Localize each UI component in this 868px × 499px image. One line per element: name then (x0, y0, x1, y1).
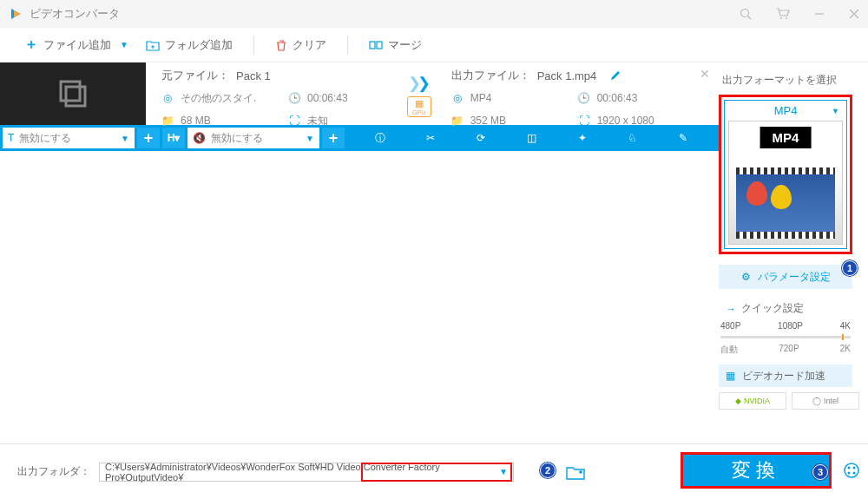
plus-icon: ＋ (24, 36, 38, 54)
svg-point-19 (853, 472, 856, 475)
slider-mark: 4K (840, 321, 851, 331)
add-folder-button[interactable]: フォルダ追加 (139, 34, 240, 56)
remove-file-icon[interactable]: ✕ (700, 67, 710, 81)
theme-icon[interactable] (842, 461, 861, 480)
parameter-settings-label: パラメータ設定 (758, 270, 831, 285)
main-toolbar: ＋ ファイル追加 ▼ フォルダ追加 クリア マージ (0, 28, 868, 62)
cut-icon[interactable]: ✂ (421, 128, 440, 148)
subtitle-t-icon: T (8, 132, 14, 144)
titlebar-actions (740, 8, 859, 20)
disc-icon: ◎ (451, 92, 464, 104)
intel-label: Intel (824, 397, 838, 405)
sliders-icon: ⚙ (741, 271, 751, 283)
info-icon[interactable]: ⓘ (371, 128, 390, 148)
cart-icon[interactable] (776, 8, 790, 20)
merge-button[interactable]: マージ (362, 34, 429, 56)
folder-icon: 📁 (451, 115, 464, 127)
stack-icon (56, 76, 90, 111)
close-icon[interactable] (849, 9, 859, 19)
nvidia-badge: ◆NVIDIA (719, 392, 786, 410)
slider-mark: 自動 (720, 344, 738, 356)
quick-settings-title: クイック設定 (726, 301, 859, 316)
intel-badge: ◯Intel (792, 392, 859, 410)
convert-button[interactable]: 変換 (681, 452, 832, 489)
chevron-down-icon[interactable]: ▼ (499, 467, 508, 476)
gpu-accel-label: ビデオカード加速 (742, 369, 825, 384)
file-item: 元ファイル： Pack 1 ◎その他のスタイ. 🕒00:06:43 📁68 MB… (0, 62, 719, 151)
slider-mark: 720P (779, 344, 799, 356)
convert-label: 変換 (732, 457, 780, 483)
annotation-badge-1: 1 (842, 260, 858, 276)
slider-mark: 480P (720, 321, 740, 331)
effects-icon[interactable]: ✦ (573, 128, 592, 148)
edit-icon[interactable] (610, 70, 621, 81)
resolution-icon: ⛶ (288, 115, 300, 127)
svg-point-16 (848, 467, 851, 469)
subtitle-select[interactable]: T 無効にする ▼ (3, 128, 135, 148)
svg-point-17 (853, 467, 856, 469)
format-label: MP4 (774, 104, 798, 117)
chevron-down-icon: ▼ (832, 107, 839, 115)
output-format: MP4 (470, 92, 492, 104)
folder-plus-icon (146, 39, 160, 51)
watermark-icon[interactable]: ♘ (623, 128, 642, 148)
source-resolution: 未知 (307, 114, 328, 128)
svg-point-2 (741, 10, 749, 17)
output-file-name: Pack 1.mp4 (537, 69, 597, 82)
audio-select[interactable]: 🔇 無効にする ▼ (187, 128, 319, 148)
open-folder-icon[interactable] (566, 464, 585, 480)
gpu-accel-button[interactable]: ▦ ビデオカード加速 (719, 364, 852, 387)
trash-icon (275, 39, 287, 51)
toolbar-separator (253, 36, 254, 55)
gpu-label: GPU (412, 109, 425, 115)
add-subtitle-button[interactable]: + (137, 128, 160, 148)
conversion-arrow: ❯❯ ▦GPU (398, 68, 441, 123)
output-format-selector[interactable]: MP4 ▼ MP4 (719, 95, 852, 254)
app-logo-icon (9, 7, 23, 21)
svg-line-3 (748, 16, 752, 20)
resolution-icon: ⛶ (578, 115, 590, 127)
subtitle-value: 無効にする (19, 131, 71, 146)
output-resolution: 1920 x 1080 (597, 115, 654, 127)
nvidia-label: NVIDIA (744, 397, 770, 405)
source-size: 68 MB (181, 115, 211, 127)
svg-marker-1 (14, 10, 21, 17)
resolution-slider[interactable]: 480P 1080P 4K 自動 720P 2K (719, 321, 852, 356)
add-audio-button[interactable]: + (322, 128, 345, 148)
folder-icon: 📁 (161, 115, 174, 127)
edit-tool-icon[interactable]: ✎ (674, 128, 693, 148)
chevron-down-icon[interactable]: ▼ (120, 40, 128, 49)
add-file-label: ファイル追加 (43, 37, 111, 53)
chevron-down-icon: ▼ (121, 134, 129, 143)
search-icon[interactable] (740, 8, 752, 20)
parameter-settings-button[interactable]: ⚙ パラメータ設定 (719, 265, 852, 289)
toolbar-separator (347, 36, 348, 55)
crop-icon[interactable]: ◫ (522, 128, 541, 148)
output-duration: 00:06:43 (597, 92, 638, 104)
gpu-badge[interactable]: ▦GPU (407, 96, 431, 117)
file-thumbnail[interactable] (0, 62, 146, 125)
source-duration: 00:06:43 (307, 92, 348, 104)
rotate-icon[interactable]: ⟳ (471, 128, 490, 148)
slider-mark: 2K (840, 344, 851, 356)
format-thumbnail: MP4 (728, 121, 843, 245)
main-area: 元ファイル： Pack 1 ◎その他のスタイ. 🕒00:06:43 📁68 MB… (0, 62, 868, 444)
output-folder-path[interactable]: C:¥Users¥Administrator¥Videos¥WonderFox … (99, 463, 514, 482)
audio-value: 無効にする (211, 131, 263, 146)
source-format: その他のスタイ. (181, 91, 256, 106)
file-action-bar: T 無効にする ▼ + H▾ 🔇 無効にする ▼ + ⓘ ✂ ⟳ ◫ ✦ (0, 125, 719, 151)
output-folder-label: 出力フォルダ： (17, 464, 90, 479)
clear-button[interactable]: クリア (268, 34, 333, 56)
titlebar: ビデオコンバータ (0, 0, 868, 28)
minimize-icon[interactable] (814, 9, 825, 19)
svg-rect-12 (377, 42, 382, 49)
app-title: ビデオコンバータ (30, 6, 740, 22)
format-thumb-label: MP4 (760, 127, 812, 148)
output-size: 352 MB (470, 115, 506, 127)
hardcode-subtitle-button[interactable]: H▾ (162, 128, 185, 148)
add-file-button[interactable]: ＋ ファイル追加 ▼ (17, 32, 135, 57)
quick-settings-label: クイック設定 (741, 301, 804, 316)
output-format-title: 出力フォーマットを選択 (722, 73, 859, 88)
gpu-brands: ◆NVIDIA ◯Intel (719, 392, 859, 410)
clear-label: クリア (293, 37, 326, 53)
